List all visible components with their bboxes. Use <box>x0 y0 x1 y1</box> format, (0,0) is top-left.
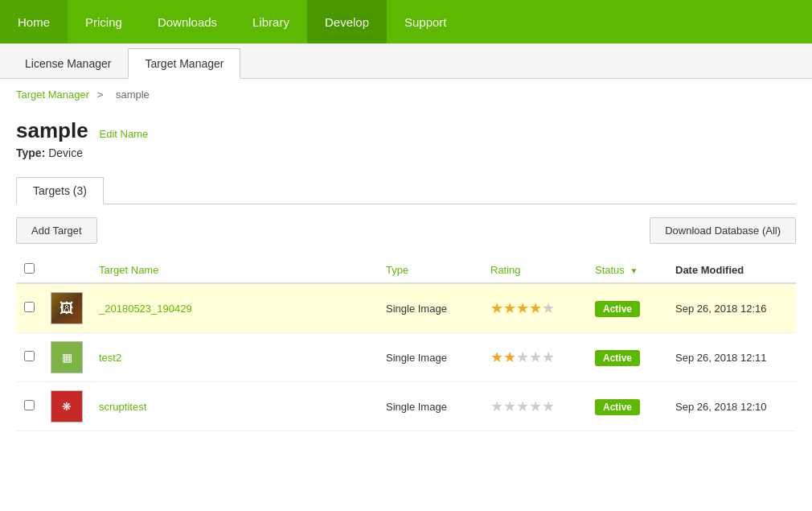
star-filled[interactable]: ★ <box>490 300 503 316</box>
star-empty[interactable]: ★ <box>516 398 529 414</box>
thumb-header <box>43 257 91 283</box>
targets-table: Target Name Type Rating Status ▼ Date Mo… <box>16 257 796 431</box>
page-header: sample Edit Name Type: Device <box>0 110 812 164</box>
target-rating-cell[interactable]: ★★★★★ <box>482 333 587 382</box>
target-name-link[interactable]: scruptitest <box>99 401 146 413</box>
target-thumbnail: ❋ <box>51 390 83 422</box>
select-all-header <box>16 257 43 283</box>
status-column-header[interactable]: Status ▼ <box>587 257 667 283</box>
status-badge: Active <box>595 301 640 317</box>
thumb-cell: ▦ <box>43 333 91 382</box>
target-rating-cell[interactable]: ★★★★★ <box>482 382 587 431</box>
top-nav: Home Pricing Downloads Library Develop S… <box>0 0 812 43</box>
name-column-header[interactable]: Target Name <box>91 257 378 283</box>
star-filled[interactable]: ★ <box>490 349 503 365</box>
target-status-cell: Active <box>587 333 667 382</box>
action-bar: Add Target Download Database (All) <box>0 204 812 257</box>
target-name-cell: _20180523_190429 <box>91 283 378 333</box>
target-date-cell: Sep 26, 2018 12:10 <box>667 382 796 431</box>
sub-nav: License Manager Target Manager <box>0 43 812 79</box>
nav-home[interactable]: Home <box>0 0 68 43</box>
target-name-link[interactable]: _20180523_190429 <box>99 303 192 315</box>
nav-pricing[interactable]: Pricing <box>68 0 140 43</box>
edit-name-link[interactable]: Edit Name <box>100 128 149 140</box>
tab-target-manager[interactable]: Target Manager <box>128 48 240 79</box>
target-thumbnail: 🖼 <box>51 292 83 324</box>
row-checkbox-cell <box>16 283 43 333</box>
nav-develop[interactable]: Develop <box>307 0 387 43</box>
page-title: sample <box>16 118 88 142</box>
target-type-cell: Single Image <box>378 333 482 382</box>
row-checkbox[interactable] <box>24 302 35 312</box>
breadcrumb: Target Manager > sample <box>0 79 812 110</box>
target-name-link[interactable]: test2 <box>99 352 121 364</box>
section-tabs: Targets (3) <box>16 177 796 204</box>
nav-downloads[interactable]: Downloads <box>140 0 235 43</box>
breadcrumb-separator: > <box>97 89 104 101</box>
target-thumbnail: ▦ <box>51 341 83 373</box>
row-checkbox-cell <box>16 382 43 431</box>
row-checkbox-cell <box>16 333 43 382</box>
table-wrapper: Target Name Type Rating Status ▼ Date Mo… <box>0 257 812 431</box>
star-empty[interactable]: ★ <box>542 398 555 414</box>
status-badge: Active <box>595 350 640 366</box>
star-filled[interactable]: ★ <box>529 300 542 316</box>
type-line: Type: Device <box>16 146 796 159</box>
star-filled[interactable]: ★ <box>516 300 529 316</box>
star-empty[interactable]: ★ <box>490 398 503 414</box>
target-status-cell: Active <box>587 283 667 333</box>
date-column-header[interactable]: Date Modified <box>667 257 796 283</box>
star-filled[interactable]: ★ <box>503 349 516 365</box>
status-badge: Active <box>595 399 640 415</box>
star-empty[interactable]: ★ <box>503 398 516 414</box>
target-status-cell: Active <box>587 382 667 431</box>
table-row: 🖼_20180523_190429Single Image★★★★★Active… <box>16 283 796 333</box>
row-checkbox[interactable] <box>24 400 35 410</box>
row-checkbox[interactable] <box>24 351 35 361</box>
nav-support[interactable]: Support <box>387 0 465 43</box>
rating-column-header[interactable]: Rating <box>482 257 587 283</box>
target-rating-cell[interactable]: ★★★★★ <box>482 283 587 333</box>
thumb-cell: 🖼 <box>43 283 91 333</box>
select-all-checkbox[interactable] <box>24 263 35 274</box>
breadcrumb-current: sample <box>116 89 150 101</box>
star-empty[interactable]: ★ <box>516 349 529 365</box>
table-row: ▦test2Single Image★★★★★ActiveSep 26, 201… <box>16 333 796 382</box>
table-row: ❋scruptitestSingle Image★★★★★ActiveSep 2… <box>16 382 796 431</box>
target-date-cell: Sep 26, 2018 12:11 <box>667 333 796 382</box>
status-sort-arrow: ▼ <box>630 266 638 275</box>
target-date-cell: Sep 26, 2018 12:16 <box>667 283 796 333</box>
star-filled[interactable]: ★ <box>503 300 516 316</box>
star-empty[interactable]: ★ <box>542 300 555 316</box>
star-empty[interactable]: ★ <box>542 349 555 365</box>
type-value: Device <box>48 146 83 159</box>
download-database-button[interactable]: Download Database (All) <box>650 217 796 244</box>
add-target-button[interactable]: Add Target <box>16 217 97 244</box>
table-header-row: Target Name Type Rating Status ▼ Date Mo… <box>16 257 796 283</box>
target-type-cell: Single Image <box>378 382 482 431</box>
type-column-header[interactable]: Type <box>378 257 482 283</box>
targets-tab[interactable]: Targets (3) <box>16 177 104 204</box>
type-prefix: Type: <box>16 146 45 159</box>
nav-library[interactable]: Library <box>235 0 307 43</box>
star-empty[interactable]: ★ <box>529 349 542 365</box>
tab-license-manager[interactable]: License Manager <box>8 48 128 78</box>
target-type-cell: Single Image <box>378 283 482 333</box>
breadcrumb-parent-link[interactable]: Target Manager <box>16 89 89 101</box>
target-name-cell: test2 <box>91 333 378 382</box>
star-empty[interactable]: ★ <box>529 398 542 414</box>
thumb-cell: ❋ <box>43 382 91 431</box>
target-name-cell: scruptitest <box>91 382 378 431</box>
